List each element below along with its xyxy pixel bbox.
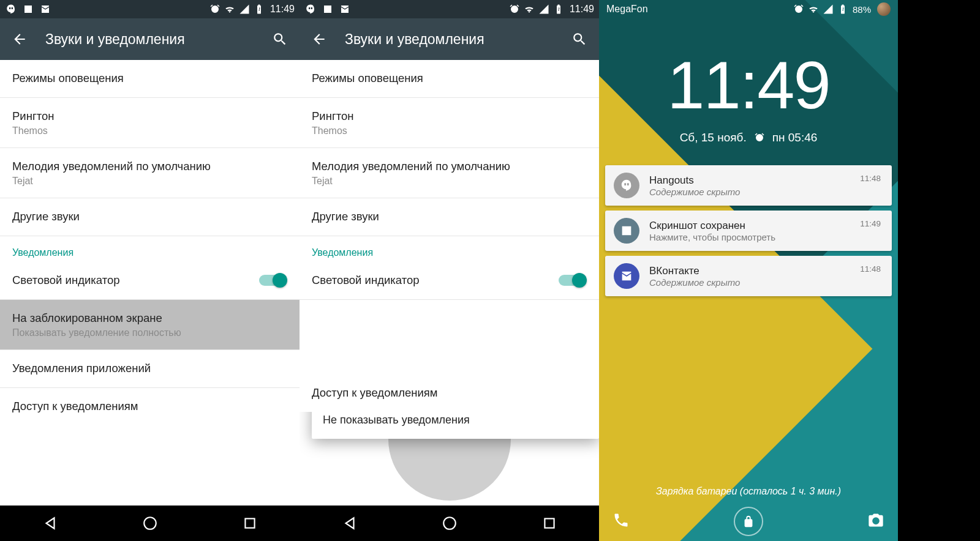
back-button[interactable] (311, 31, 328, 48)
notif-time: 11:48 (860, 264, 881, 274)
page-title: Звуки и уведомления (45, 31, 271, 48)
setting-ringtone[interactable]: Рингтон Themos (0, 98, 300, 148)
notif-text: Нажмите, чтобы просмотреть (649, 232, 860, 242)
nav-recents[interactable] (240, 513, 260, 533)
setting-ringtone[interactable]: Рингтон Themos (300, 98, 599, 148)
hangouts-icon (614, 173, 639, 198)
svg-point-0 (144, 517, 156, 529)
nav-back[interactable] (340, 513, 360, 533)
status-bar: 11:49 (0, 0, 300, 18)
hangouts-icon (304, 3, 317, 15)
mail-icon (39, 3, 51, 15)
image-icon (614, 218, 639, 244)
setting-led-indicator[interactable]: Световой индикатор (300, 262, 599, 300)
setting-default-notif-sound[interactable]: Мелодия уведомлений по умолчанию Tejat (300, 148, 599, 198)
wifi-icon (523, 3, 535, 15)
settings-list: Режимы оповещения Рингтон Themos Мелодия… (300, 60, 599, 506)
phone-screen-settings-dialog: 11:49 Звуки и уведомления Режимы оповеще… (300, 0, 599, 541)
back-button[interactable] (11, 31, 28, 48)
mail-icon (339, 3, 351, 15)
setting-alert-modes[interactable]: Режимы оповещения (300, 60, 599, 98)
section-notifications: Уведомления (300, 236, 599, 262)
mail-icon (614, 263, 639, 289)
signal-icon (538, 3, 550, 15)
alarm-icon (793, 3, 805, 15)
setting-alert-modes[interactable]: Режимы оповещения (0, 60, 300, 98)
setting-default-notif-sound[interactable]: Мелодия уведомлений по умолчанию Tejat (0, 148, 300, 198)
settings-list: Режимы оповещения Рингтон Themos Мелодия… (0, 60, 300, 506)
status-time: 11:49 (270, 4, 295, 15)
search-button[interactable] (571, 31, 588, 48)
lock-clock-area: 11:49 Сб, 15 нояб. пн 05:46 (599, 51, 898, 144)
search-button[interactable] (271, 31, 288, 48)
wifi-icon (807, 3, 820, 15)
status-bar: MegaFon 88% (599, 0, 898, 18)
page-title: Звуки и уведомления (345, 31, 571, 48)
nav-home[interactable] (440, 513, 459, 533)
signal-icon (238, 3, 251, 15)
notification-card[interactable]: Hangouts Содержимое скрыто 11:48 (605, 165, 892, 206)
carrier-label: MegaFon (606, 4, 648, 15)
toolbar: Звуки и уведомления (300, 18, 599, 60)
setting-other-sounds[interactable]: Другие звуки (0, 198, 300, 236)
image-icon (322, 3, 334, 15)
status-time: 11:49 (570, 4, 594, 15)
camera-shortcut[interactable] (867, 512, 884, 531)
wifi-icon (224, 3, 236, 15)
setting-other-sounds[interactable]: Другие звуки (300, 198, 599, 236)
notification-card[interactable]: ВКонтакте Содержимое скрыто 11:48 (605, 256, 892, 296)
image-icon (22, 3, 34, 15)
setting-on-lockscreen[interactable]: На заблокированном экране Показывать уве… (0, 300, 300, 350)
battery-icon (837, 3, 849, 15)
alarm-icon (209, 3, 221, 15)
setting-led-indicator[interactable]: Световой индикатор (0, 262, 300, 300)
phone-lockscreen: MegaFon 88% 11:49 Сб, 15 нояб. пн 05:46 … (599, 0, 898, 541)
notif-title: Скриншот сохранен (649, 220, 860, 232)
notif-time: 11:48 (860, 174, 881, 183)
nav-back[interactable] (40, 513, 60, 533)
notif-text: Содержимое скрыто (649, 187, 860, 197)
alarm-icon (508, 3, 521, 15)
notification-card[interactable]: Скриншот сохранен Нажмите, чтобы просмот… (605, 211, 892, 251)
lock-bottom-row (599, 502, 898, 541)
lock-date-row: Сб, 15 нояб. пн 05:46 (680, 131, 818, 144)
phone-shortcut[interactable] (612, 512, 630, 531)
nav-bar (0, 506, 300, 541)
section-notifications: Уведомления (0, 236, 300, 262)
setting-notif-access[interactable]: Доступ к уведомлениям (0, 388, 300, 425)
notification-stack: Hangouts Содержимое скрыто 11:48 Скриншо… (605, 165, 892, 296)
lock-date: Сб, 15 нояб. (680, 131, 747, 144)
spacer (300, 300, 599, 386)
battery-icon (552, 3, 565, 15)
nav-recents[interactable] (540, 513, 559, 533)
lock-time: 11:49 (599, 51, 898, 119)
notif-time: 11:49 (860, 219, 881, 228)
led-switch[interactable] (559, 275, 586, 286)
svg-point-2 (443, 517, 456, 529)
notif-text: Содержимое скрыто (649, 277, 860, 288)
led-switch[interactable] (259, 275, 286, 286)
setting-app-notifications[interactable]: Уведомления приложений (0, 350, 300, 388)
nav-bar (300, 506, 599, 541)
battery-icon (253, 3, 265, 15)
svg-rect-1 (245, 518, 254, 528)
setting-notif-access[interactable]: Доступ к уведомлениям (300, 386, 599, 412)
unlock-button[interactable] (734, 507, 763, 536)
user-avatar[interactable] (877, 2, 891, 16)
status-bar: 11:49 (300, 0, 599, 18)
phone-screen-settings: 11:49 Звуки и уведомления Режимы оповеще… (0, 0, 300, 541)
alarm-icon (754, 131, 765, 144)
charging-status: Зарядка батареи (осталось 1 ч. 3 мин.) (599, 486, 898, 497)
nav-home[interactable] (140, 513, 160, 533)
battery-percent: 88% (853, 4, 871, 15)
notif-title: Hangouts (649, 174, 860, 187)
signal-icon (822, 3, 834, 15)
notif-title: ВКонтакте (649, 265, 860, 277)
next-alarm: пн 05:46 (772, 131, 818, 144)
toolbar: Звуки и уведомления (0, 18, 300, 60)
hangouts-icon (5, 3, 17, 15)
svg-rect-3 (545, 518, 554, 528)
